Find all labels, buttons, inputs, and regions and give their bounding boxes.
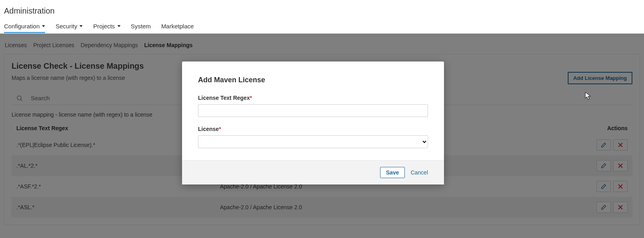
license-select[interactable] [198, 135, 428, 148]
nav-configuration[interactable]: Configuration [4, 23, 45, 33]
required-asterisk: * [219, 126, 221, 132]
nav-marketplace[interactable]: Marketplace [161, 23, 194, 32]
nav-system[interactable]: System [131, 23, 151, 32]
nav-label: Marketplace [161, 23, 194, 30]
add-license-modal: Add Maven License License Text Regex* Li… [182, 61, 444, 184]
modal-footer: Save Cancel [182, 160, 444, 184]
nav-label: Security [55, 23, 77, 30]
label-license: License* [198, 126, 428, 132]
required-asterisk: * [250, 95, 252, 101]
chevron-down-icon [79, 25, 83, 27]
label-text: License [198, 126, 219, 132]
nav-label: Configuration [4, 23, 40, 30]
page-title: Administration [4, 6, 640, 16]
nav-security[interactable]: Security [55, 23, 83, 32]
nav-projects[interactable]: Projects [93, 23, 120, 32]
nav-label: System [131, 23, 151, 30]
chevron-down-icon [117, 25, 121, 27]
chevron-down-icon [42, 25, 45, 27]
cancel-button[interactable]: Cancel [410, 169, 428, 176]
modal-title: Add Maven License [198, 76, 428, 84]
save-button[interactable]: Save [380, 167, 405, 178]
nav-label: Projects [93, 23, 115, 30]
label-text: License Text Regex [198, 95, 250, 101]
license-text-regex-input[interactable] [198, 104, 428, 117]
label-license-text-regex: License Text Regex* [198, 95, 428, 101]
